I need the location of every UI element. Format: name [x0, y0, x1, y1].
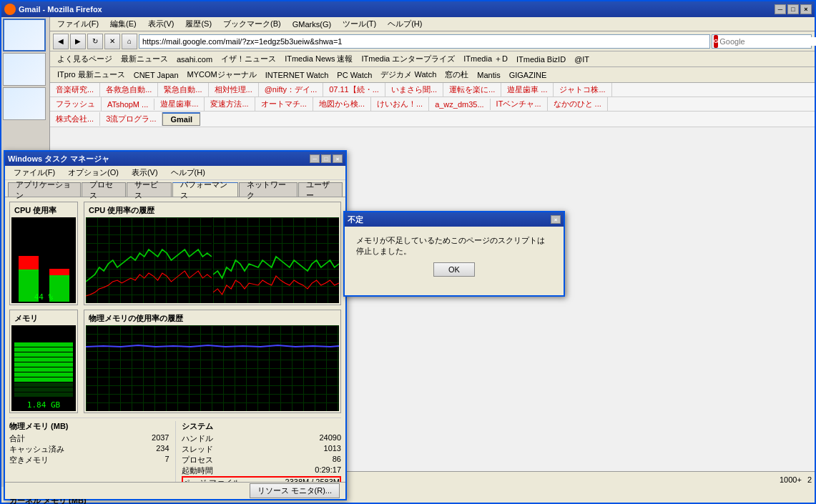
bookmark-itmedia-news[interactable]: ITmedia News 速報 — [280, 52, 357, 66]
bookmark-mado[interactable]: 窓の杜 — [441, 68, 473, 81]
sidebar-thumb-1[interactable] — [3, 19, 46, 51]
link-unten[interactable]: 運転を楽に... — [443, 83, 501, 97]
task-manager-window: Windows タスク マネージャ ─ □ × ファイル(F) オプション(O)… — [4, 150, 347, 500]
link-kakyu[interactable]: 各救急自動... — [100, 83, 158, 97]
menu-bookmarks[interactable]: ブックマーク(B) — [219, 17, 285, 31]
bookmark-gigazine[interactable]: GIGAZINE — [505, 69, 551, 81]
tm-menu: ファイル(F) オプション(O) 表示(V) ヘルプ(H) — [5, 166, 345, 180]
bookmark-itpro[interactable]: ITpro 最新ニュース — [53, 68, 129, 81]
link-nakano[interactable]: なかのひと ... — [548, 97, 608, 111]
reload-button[interactable]: ↻ — [87, 34, 103, 49]
dialog-ok-button[interactable]: OK — [433, 262, 475, 277]
tm-minimize[interactable]: ─ — [310, 154, 320, 163]
google-search-input[interactable] — [718, 37, 816, 46]
tm-menu-view[interactable]: 表示(V) — [126, 166, 164, 179]
tm-tab-users[interactable]: ユーザー — [298, 182, 343, 197]
stat-free: 空きメモリ7 — [9, 455, 169, 465]
cpu-history-section: CPU 使用率の履歴 — [84, 202, 341, 305]
dialog-close-button[interactable]: × — [551, 215, 561, 224]
close-button[interactable]: × — [800, 4, 812, 14]
mem-history-label: 物理メモリの使用率の履歴 — [86, 312, 339, 325]
memory-value-label: 1.84 GB — [11, 400, 76, 410]
bookmark-at[interactable]: @IT — [570, 54, 594, 65]
menu-file[interactable]: ファイル(F) — [53, 17, 103, 31]
forward-button[interactable]: ▶ — [70, 34, 86, 49]
link-chizu[interactable]: 地図から検... — [313, 97, 371, 111]
tm-restore[interactable]: □ — [321, 154, 331, 163]
home-button[interactable]: ⌂ — [122, 34, 137, 49]
tm-stats-area: 物理メモリ (MB) 合計2037 キャッシュ済み234 空きメモリ7 システム… — [9, 417, 341, 490]
tm-tab-services[interactable]: サービス — [127, 182, 171, 197]
cpu-history-svg-left — [86, 217, 212, 303]
menu-view[interactable]: 表示(V) — [144, 17, 179, 31]
link-imasara[interactable]: いまさら聞... — [385, 83, 443, 97]
link-ongaku[interactable]: 音楽研究... — [50, 83, 100, 97]
menu-edit[interactable]: 編集(E) — [106, 17, 141, 31]
link-it-venture[interactable]: ITベンチャ... — [491, 97, 548, 111]
link-hensoku[interactable]: 変速方法... — [205, 97, 255, 111]
tm-tab-performance[interactable]: パフォーマンス — [172, 182, 238, 197]
titlebar-left: Gmail - Mozilla Firefox — [4, 4, 102, 15]
bookmark-digicam[interactable]: デジカメ Watch — [376, 68, 441, 81]
bookmark-news[interactable]: 最新ニュース — [117, 52, 172, 66]
link-auto[interactable]: オートマチ... — [255, 97, 313, 111]
link-kaisha[interactable]: 株式会社... — [50, 112, 100, 126]
link-sotai[interactable]: 相対性理... — [209, 83, 259, 97]
bookmark-pc-watch[interactable]: PC Watch — [333, 69, 376, 81]
address-bar[interactable] — [139, 34, 710, 49]
cpu-gauge: 44 % — [11, 217, 76, 303]
link-atshop[interactable]: ATshopM ... — [102, 99, 154, 110]
physical-mem-title: 物理メモリ (MB) — [9, 421, 169, 432]
sidebar-thumb-2[interactable] — [3, 53, 46, 86]
stop-button[interactable]: ✕ — [104, 34, 120, 49]
resource-monitor-button[interactable]: リソース モニタ(R)... — [250, 483, 340, 498]
bookmark-cnet[interactable]: CNET Japan — [129, 69, 183, 81]
stat-handles: ハンドル24090 — [182, 433, 342, 444]
back-button[interactable]: ◀ — [53, 34, 69, 49]
link-nifty[interactable]: @nifty：デイ... — [259, 83, 324, 97]
bookmark-internet-watch[interactable]: INTERNET Watch — [261, 69, 333, 81]
bookmark-iza[interactable]: イザ！ニュース — [217, 52, 280, 66]
bookmark-itmedia-d[interactable]: ITmedia ＋D — [459, 52, 512, 66]
bookmark-mycom[interactable]: MYCOMジャーナル — [183, 68, 261, 81]
link-flash[interactable]: フラッシュ — [50, 97, 102, 111]
link-yusei2[interactable]: 遊星歯車... — [154, 97, 205, 111]
cpu-usage-section: CPU 使用率 44 % — [9, 202, 78, 305]
link-0711[interactable]: 07.11【続・... — [323, 83, 385, 97]
tm-menu-help[interactable]: ヘルプ(H) — [165, 166, 211, 179]
restore-button[interactable]: □ — [787, 4, 799, 14]
dialog-message: メモリが不足しているためこのページのスクリプトは停止しました。 — [356, 235, 552, 257]
link-keion[interactable]: けいおん！... — [371, 97, 429, 111]
sidebar-thumb-3[interactable] — [3, 87, 46, 120]
bookmark-asahi[interactable]: asahi.com — [172, 54, 217, 65]
minimize-button[interactable]: ─ — [775, 4, 786, 14]
dialog-title: 不定 — [348, 214, 363, 225]
cpu-usage-label: CPU 使用率 — [11, 204, 76, 217]
menu-tools[interactable]: ツール(T) — [338, 17, 380, 31]
stat-cache: キャッシュ済み234 — [9, 444, 169, 455]
link-kyukyu[interactable]: 緊急自動... — [158, 83, 208, 97]
tm-performance-content: CPU 使用率 44 % CPU 使用率の履歴 — [5, 197, 345, 504]
google-search-box: G — [712, 34, 812, 49]
tm-tabs: アプリケーション プロセス サービス パフォーマンス ネットワーク ユーザー — [5, 180, 345, 197]
tm-tab-network[interactable]: ネットワーク — [239, 182, 298, 197]
bookmark-mantis[interactable]: Mantis — [473, 69, 504, 81]
menu-help[interactable]: ヘルプ(H) — [383, 17, 426, 31]
link-yusei1[interactable]: 遊星歯車 ... — [501, 83, 554, 97]
bookmark-itmedia-biz[interactable]: ITmedia BizID — [512, 54, 570, 65]
bookmark-yokumiru[interactable]: よく見るページ — [53, 52, 117, 66]
link-awz[interactable]: a_wz_dm35... — [429, 99, 490, 110]
tm-menu-options[interactable]: オプション(O) — [62, 166, 124, 179]
bookmark-itmedia-ent[interactable]: ITmedia エンタープライズ — [358, 52, 460, 66]
tm-tab-apps[interactable]: アプリケーション — [8, 182, 81, 197]
tm-menu-file[interactable]: ファイル(F) — [8, 166, 61, 179]
stat-processes: プロセス86 — [182, 455, 342, 465]
tab-gmail[interactable]: Gmail — [162, 112, 200, 126]
link-3ryu[interactable]: 3流プログラ... — [100, 112, 162, 126]
menu-history[interactable]: 履歴(S) — [181, 17, 216, 31]
link-jatco[interactable]: ジャトコ株... — [554, 83, 611, 97]
menu-gmarks[interactable]: GMarks(G) — [288, 19, 335, 30]
link-bar-3: 株式会社... 3流プログラ... Gmail — [50, 112, 815, 127]
tm-tab-process[interactable]: プロセス — [82, 182, 126, 197]
tm-close[interactable]: × — [333, 154, 343, 163]
